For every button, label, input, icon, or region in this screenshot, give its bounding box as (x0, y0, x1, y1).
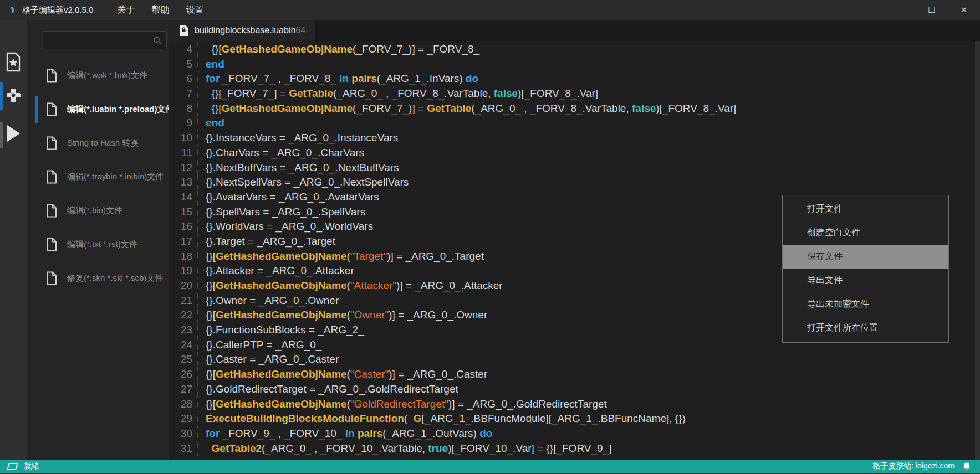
code-line: 31 GetTable2(_ARG_0_ , _FORV_10_.VarTabl… (169, 441, 980, 456)
line-number: 27 (169, 382, 198, 397)
play-icon[interactable] (0, 124, 27, 143)
maximize-button[interactable]: ☐ (916, 0, 948, 20)
code-line: 4 {}[GetHashedGameObjName(_FORV_7_)] = _… (169, 42, 980, 57)
skin-site-link[interactable]: 格子皮肤站: lolgezi.com (872, 461, 955, 471)
line-number: 20 (169, 279, 198, 293)
line-number: 5 (169, 57, 198, 72)
code-text: {}.Caster = _ARG_0_.Caster (198, 352, 339, 367)
line-number: 31 (169, 441, 198, 456)
document-icon (46, 170, 57, 184)
minimize-button[interactable]: ─ (884, 0, 916, 20)
sidebar-item-4[interactable]: 编辑(*.bin)文件 (27, 194, 169, 228)
line-number: 10 (169, 131, 198, 146)
sidebar-item-label: 编辑(*.wpk *.bnk)文件 (67, 70, 147, 81)
sidebar-item-label: 编辑(*.bin)文件 (67, 205, 122, 216)
code-line: 5end (169, 57, 980, 72)
code-text: {}[_FORV_7_] = GetTable(_ARG_0_ , _FORV_… (198, 86, 598, 101)
code-line: 30for _FORV_9_ , _FORV_10_ in pairs(_ARG… (169, 426, 980, 441)
code-line: 12{}.NextBuffVars = _ARG_0_.NextBuffVars (169, 161, 980, 176)
sidebar-item-label: 修复(*.skn *.skl *.scb)文件 (67, 273, 163, 284)
line-number: 14 (169, 190, 198, 205)
sidebar-item-5[interactable]: 编辑(*.txt *.rst)文件 (27, 228, 169, 261)
code-text: {}.WorldVars = _ARG_0_.WorldVars (198, 219, 373, 234)
context-menu: 打开文件创建空白文件保存文件导出文件导出未加密文件打开文件所在位置 (782, 195, 949, 343)
document-icon (46, 136, 57, 150)
line-number: 19 (169, 264, 198, 279)
code-line: 11{}.CharVars = _ARG_0_.CharVars (169, 146, 980, 161)
code-text: {}[GetHashedGameObjName("Target")] = _AR… (198, 249, 484, 264)
line-number: 4 (169, 42, 198, 57)
code-text: {}.CallerPTP = _ARG_0_ (198, 338, 321, 353)
code-text: {}.FunctionSubBlocks = _ARG_2_ (198, 323, 364, 338)
sidebar-item-1[interactable]: 编辑(*.luabin *.preload)文件 (27, 92, 169, 126)
code-line: 26{}[GetHashedGameObjName("Caster")] = _… (169, 367, 980, 382)
bell-icon[interactable] (962, 462, 971, 471)
line-number: 21 (169, 293, 198, 308)
sidebar-item-list: 编辑(*.wpk *.bnk)文件编辑(*.luabin *.preload)文… (27, 59, 169, 295)
code-text: {}[GetHashedGameObjName("GoldRedirectTar… (198, 397, 607, 412)
line-number: 11 (169, 146, 198, 161)
line-number: 18 (169, 249, 198, 264)
code-text: {}[GetHashedGameObjName(_FORV_7_)] = Get… (198, 101, 736, 116)
status-ready-text: 就绪 (24, 461, 39, 471)
code-text: {}[GetHashedGameObjName("Caster")] = _AR… (198, 367, 487, 382)
line-number: 9 (169, 116, 198, 131)
code-text: {}.Attacker = _ARG_0_.Attacker (198, 264, 354, 279)
code-line: 6for _FORV_7_ , _FORV_8_ in pairs(_ARG_1… (169, 71, 980, 86)
code-line: 28{}[GetHashedGameObjName("GoldRedirectT… (169, 397, 980, 412)
code-text: for _FORV_7_ , _FORV_8_ in pairs(_ARG_1_… (198, 71, 478, 86)
context-menu-item-2[interactable]: 保存文件 (783, 245, 948, 269)
line-number: 16 (169, 219, 198, 234)
sidebar-item-label: 编辑(*.troybin *.inibin)文件 (67, 172, 164, 182)
code-text: {}.NextSpellVars = _ARG_0_.NextSpellVars (198, 175, 409, 190)
line-number: 29 (169, 411, 198, 426)
sidebar-item-label: 编辑(*.txt *.rst)文件 (67, 239, 137, 250)
code-text: GetTable2(_ARG_0_ , _FORV_10_.VarTable, … (198, 441, 611, 456)
sidebar-item-6[interactable]: 修复(*.skn *.skl *.scb)文件 (27, 261, 169, 295)
line-number: 17 (169, 234, 198, 249)
context-menu-item-3[interactable]: 导出文件 (783, 269, 948, 292)
context-menu-item-1[interactable]: 创建空白文件 (783, 221, 948, 245)
document-icon (46, 102, 57, 116)
menu-settings[interactable]: 设置 (177, 0, 212, 20)
close-button[interactable]: ✕ (948, 0, 980, 20)
line-number: 22 (169, 308, 198, 323)
sidebar-item-label: 编辑(*.luabin *.preload)文件 (67, 104, 174, 115)
menu-help[interactable]: 帮助 (143, 0, 177, 20)
line-number: 13 (169, 175, 198, 190)
context-menu-item-0[interactable]: 打开文件 (783, 197, 948, 221)
code-line: 25{}.Caster = _ARG_0_.Caster (169, 352, 980, 367)
line-number: 8 (169, 101, 198, 116)
line-number: 6 (169, 71, 198, 86)
sidebar-item-2[interactable]: String to Hash 转换 (27, 126, 169, 160)
code-text: {}.GoldRedirectTarget = _ARG_0_.GoldRedi… (198, 382, 458, 397)
file-star-icon[interactable] (0, 52, 27, 72)
code-text: {}.InstanceVars = _ARG_0_.InstanceVars (198, 131, 398, 146)
sidebar-item-0[interactable]: 编辑(*.wpk *.bnk)文件 (27, 59, 169, 92)
line-number: 12 (169, 161, 198, 176)
code-text: {}.SpellVars = _ARG_0_.SpellVars (198, 205, 365, 220)
code-text: {}.Owner = _ARG_0_.Owner (198, 293, 339, 308)
context-menu-item-5[interactable]: 打开文件所在位置 (783, 316, 948, 340)
file-lock-icon (179, 24, 188, 37)
code-text: end (198, 57, 224, 72)
editor-vertical-scrollbar[interactable] (975, 41, 980, 460)
code-line: 9end (169, 116, 980, 131)
sidebar-item-3[interactable]: 编辑(*.troybin *.inibin)文件 (27, 160, 169, 194)
line-number: 7 (169, 86, 198, 101)
title-bar: 格子编辑器v2.0.5.0 关于 帮助 设置 ─ ☐ ✕ (0, 0, 980, 20)
code-text: {}.AvatarVars = _ARG_0_.AvatarVars (198, 190, 379, 205)
sidebar: 编辑(*.wpk *.bnk)文件编辑(*.luabin *.preload)文… (27, 20, 169, 460)
code-text: {}[GetHashedGameObjName("Owner")] = _ARG… (198, 308, 487, 323)
code-line: 29ExecuteBuildingBlocksModuleFunction(_G… (169, 411, 980, 426)
app-logo-icon (8, 6, 17, 14)
search-input[interactable] (43, 36, 153, 45)
context-menu-item-4[interactable]: 导出未加密文件 (783, 292, 948, 316)
sidebar-item-label: String to Hash 转换 (67, 138, 139, 148)
tab-buildingblocksbase[interactable]: buildingblocksbase.luabin64 (169, 20, 315, 41)
menu-about[interactable]: 关于 (109, 0, 143, 20)
code-text: {}.Target = _ARG_0_.Target (198, 234, 335, 249)
tab-title-suffix: 64 (295, 25, 305, 35)
line-number: 15 (169, 205, 198, 220)
gamepad-icon[interactable] (0, 86, 27, 104)
